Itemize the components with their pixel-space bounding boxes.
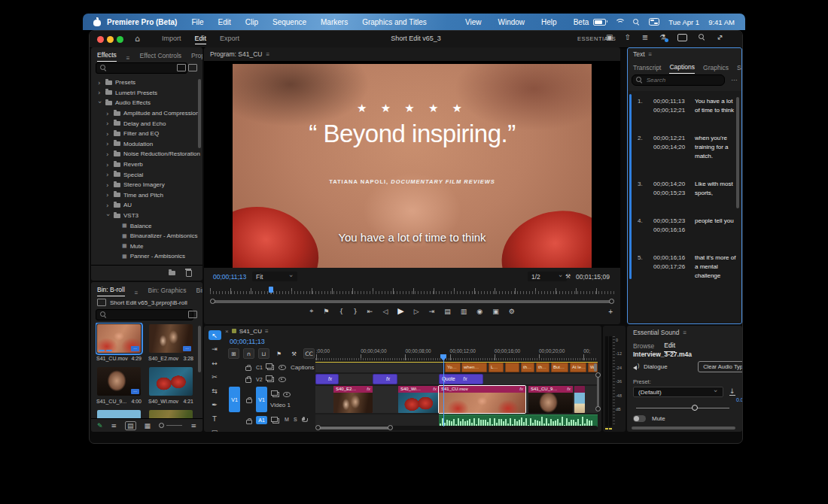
panel-menu-icon[interactable]: ≡ bbox=[126, 55, 130, 62]
tree-item-special[interactable]: ›Special bbox=[91, 169, 202, 180]
video-clip-item[interactable] bbox=[574, 386, 585, 413]
captions-scrollbar[interactable] bbox=[736, 97, 739, 208]
step-forward-icon[interactable]: ▷ bbox=[414, 308, 419, 315]
eye-icon[interactable] bbox=[279, 377, 286, 382]
bin-clip-item[interactable] bbox=[96, 408, 142, 419]
tree-item-time-and-pitch[interactable]: ›Time and Pitch bbox=[91, 190, 202, 201]
disclosure-icon[interactable]: › bbox=[106, 140, 111, 147]
tree-item-balance[interactable]: ▦Balance bbox=[91, 220, 202, 231]
tree-item-modulation[interactable]: ›Modulation bbox=[91, 139, 202, 150]
save-preset-icon[interactable]: ↓ bbox=[729, 387, 735, 396]
monitor-scrollbar[interactable] bbox=[210, 299, 614, 304]
lock-icon[interactable] bbox=[246, 420, 252, 425]
graphic-clip-quote[interactable]: Quotefx bbox=[439, 374, 483, 384]
lift-icon[interactable]: ▤ bbox=[444, 308, 451, 315]
menu-item-window[interactable]: Window bbox=[498, 18, 525, 26]
tree-item-binauralizer-ambisonics[interactable]: ▦Binauralizer - Ambisonics bbox=[91, 231, 202, 241]
caption-clip[interactable]: when… bbox=[461, 363, 487, 372]
pen-tool[interactable]: ✒ bbox=[209, 400, 221, 410]
source-patch-v1-button[interactable]: V1 bbox=[229, 387, 240, 412]
bin-clip-s41-cu-mov[interactable]: ⋯S41_CU.mov4:29 bbox=[96, 323, 142, 361]
disclosure-icon[interactable]: › bbox=[105, 214, 112, 218]
delete-custom-item-icon[interactable] bbox=[186, 270, 192, 277]
audio-type-label[interactable]: Dialogue bbox=[644, 363, 668, 370]
panel-menu-icon[interactable]: ≡ bbox=[266, 51, 269, 58]
caption-timecodes[interactable]: 00;00;16;1600;00;17;26 bbox=[653, 254, 693, 281]
menu-item-view[interactable]: View bbox=[465, 18, 482, 26]
tree-item-presets[interactable]: ›Presets bbox=[91, 77, 202, 88]
caption-text[interactable]: that it's more of a mental challenge bbox=[695, 254, 736, 281]
caption-track-scroll-handle[interactable] bbox=[594, 363, 597, 372]
effects-search[interactable] bbox=[96, 62, 187, 74]
go-to-in-icon[interactable]: ⇤ bbox=[367, 308, 373, 315]
tree-item-audio-effects[interactable]: ›Audio Effects bbox=[91, 98, 202, 108]
export-frame-icon[interactable]: ◉ bbox=[476, 308, 482, 315]
effects-scrollbar[interactable] bbox=[198, 79, 201, 148]
bin-search-input[interactable] bbox=[109, 311, 189, 319]
menu-item-markers[interactable]: Markers bbox=[321, 18, 348, 26]
captions-search[interactable] bbox=[632, 74, 725, 86]
tree-item-vst3[interactable]: ›VST3 bbox=[91, 211, 202, 221]
disclosure-icon[interactable]: › bbox=[96, 101, 104, 105]
timeline-horizontal-scrollbar[interactable] bbox=[315, 426, 598, 430]
monitor-ruler[interactable] bbox=[210, 287, 614, 294]
ripple-edit-tool[interactable]: ↔ bbox=[209, 358, 221, 368]
app-menu[interactable]: Premiere Pro (Beta) bbox=[107, 18, 177, 26]
menu-item-clip[interactable]: Clip bbox=[245, 18, 258, 26]
caption-text[interactable]: Like with most sports, bbox=[695, 180, 736, 198]
menu-item-sequence[interactable]: Sequence bbox=[272, 18, 306, 26]
playback-resolution-dropdown[interactable]: 1/2› bbox=[528, 272, 567, 281]
wifi-icon[interactable] bbox=[615, 19, 624, 26]
lock-icon[interactable] bbox=[245, 378, 251, 383]
tab-bin-au[interactable]: Bin: Au bbox=[196, 287, 202, 296]
hand-tool[interactable]: □ bbox=[209, 428, 221, 433]
beta-lab-icon[interactable]: ⚗ bbox=[659, 33, 666, 41]
tree-item-amplitude-and-compression[interactable]: ›Amplitude and Compression bbox=[91, 108, 202, 119]
caption-text[interactable]: people tell you bbox=[695, 217, 736, 235]
workspace-switcher-icon[interactable]: ▣ bbox=[606, 33, 613, 41]
menu-item-edit[interactable]: Edit bbox=[218, 18, 231, 26]
tab-propertie[interactable]: Propertie bbox=[191, 52, 202, 62]
sync-lock-icon[interactable] bbox=[272, 418, 279, 424]
playhead-timecode[interactable]: 00;00;11;13 bbox=[213, 273, 246, 281]
caption-list-item[interactable]: 1.00;00;11;1300;00;12;21You have a lot o… bbox=[627, 97, 742, 115]
play-icon[interactable]: ▶ bbox=[397, 306, 403, 316]
thumbnail-view-icon[interactable]: ▤ bbox=[125, 421, 136, 430]
tree-item-stereo-imagery[interactable]: ›Stereo Imagery bbox=[91, 180, 202, 190]
captions-track-name[interactable]: Captions bbox=[291, 364, 315, 371]
list-view-icon[interactable]: ≡ bbox=[111, 422, 117, 430]
bin-clip-s40-wi-mov[interactable]: S40_WI.mov4:21 bbox=[148, 366, 194, 404]
video-clip-s41-cu-mov[interactable]: S41_CU.movfx bbox=[439, 386, 525, 413]
caption-list-item[interactable]: 2.00;00;12;2100;00;14;20when you're trai… bbox=[627, 134, 742, 161]
caption-clip[interactable]: Yo… bbox=[445, 363, 461, 372]
spotlight-icon[interactable] bbox=[633, 19, 640, 26]
mark-in-icon[interactable]: { bbox=[339, 308, 343, 315]
multicam-icon[interactable]: ▣ bbox=[492, 308, 499, 315]
timeline-vertical-scrollbar[interactable] bbox=[596, 372, 600, 411]
clip-thumbnail[interactable]: ⋯ bbox=[97, 367, 141, 396]
settings-icon[interactable]: ⚙ bbox=[509, 308, 515, 315]
disclosure-icon[interactable]: › bbox=[98, 89, 102, 96]
tree-item-mute[interactable]: ▦Mute bbox=[91, 241, 202, 252]
monitor-playhead[interactable] bbox=[269, 287, 273, 293]
caption-timecodes[interactable]: 00;00;15;2300;00;16;16 bbox=[653, 217, 693, 235]
tree-item-noise-reduction-restoration[interactable]: ›Noise Reduction/Restoration bbox=[91, 149, 202, 159]
caption-clip[interactable]: L… bbox=[489, 363, 504, 372]
new-custom-bin-icon[interactable] bbox=[169, 271, 175, 275]
clip-thumbnail[interactable]: ⋯ bbox=[149, 324, 193, 353]
freeform-view-icon[interactable]: ▦ bbox=[145, 422, 151, 430]
tab-bin-graphics[interactable]: Bin: Graphics bbox=[148, 287, 187, 296]
solo-track-button[interactable]: S bbox=[294, 417, 297, 422]
tree-item-au[interactable]: ›AU bbox=[91, 200, 202, 211]
markers-panel-icon[interactable]: ⌖ bbox=[309, 307, 313, 315]
disclosure-icon[interactable]: › bbox=[106, 171, 111, 178]
clip-thumbnail[interactable]: ⋯ bbox=[97, 324, 141, 353]
video-clip-s40-e2[interactable]: S40_E2…fx bbox=[333, 386, 373, 413]
panel-menu-icon[interactable]: ≡ bbox=[265, 328, 269, 335]
menubar-date[interactable]: Tue Apr 1 bbox=[668, 18, 699, 26]
caption-timecodes[interactable]: 00;00;12;2100;00;14;20 bbox=[653, 134, 693, 161]
lock-icon[interactable] bbox=[245, 366, 251, 372]
program-video-area[interactable]: ★ ★ ★ ★ ★ “ Beyond inspiring.” TATIANA N… bbox=[204, 61, 620, 268]
caption-clip[interactable]: At le… bbox=[570, 363, 586, 372]
caption-list-item[interactable]: 4.00;00;15;2300;00;16;16people tell you bbox=[627, 217, 742, 235]
